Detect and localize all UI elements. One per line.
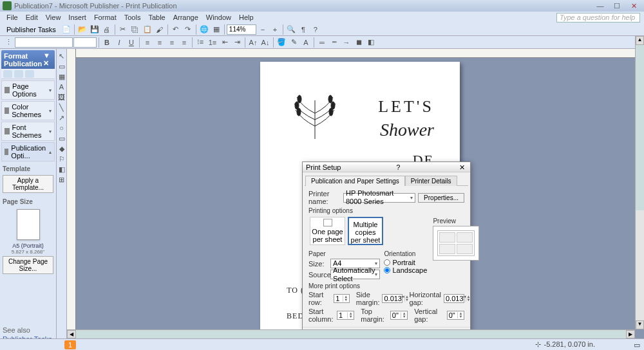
start-row-input[interactable]: 1▲▼: [334, 294, 350, 303]
help-search-input[interactable]: Type a question for help: [556, 13, 640, 23]
shadow-icon[interactable]: ◼: [353, 37, 365, 48]
top-margin-input[interactable]: 0"▲▼: [390, 311, 408, 320]
menu-help[interactable]: Help: [235, 12, 258, 23]
autoshapes-tool-icon[interactable]: ◆: [57, 144, 66, 153]
help-icon[interactable]: ?: [310, 24, 321, 35]
nav-home-icon[interactable]: [25, 70, 34, 78]
line-color-icon[interactable]: ✎: [288, 37, 299, 48]
sidebar-item-font-schemes[interactable]: Font Schemes▾: [1, 122, 55, 141]
webpage-preview-icon[interactable]: 🌐: [198, 24, 210, 35]
scroll-right-icon[interactable]: ▶: [626, 330, 635, 338]
sidebar-item-page-options[interactable]: Page Options▾: [1, 80, 55, 100]
line-style-icon[interactable]: ═: [316, 37, 328, 48]
wordart-tool-icon[interactable]: A: [57, 82, 66, 91]
decrease-font-icon[interactable]: A↓: [260, 37, 271, 48]
minimize-button[interactable]: —: [592, 1, 608, 10]
redo-icon[interactable]: ↷: [182, 24, 194, 35]
hscroll-thumb[interactable]: [76, 330, 626, 338]
copy-icon[interactable]: ⿻: [129, 24, 141, 35]
bold-icon[interactable]: B: [101, 37, 113, 48]
open-icon[interactable]: 📂: [77, 24, 88, 35]
nav-fwd-icon[interactable]: [14, 70, 23, 78]
save-icon[interactable]: 💾: [89, 24, 100, 35]
vertical-scrollbar[interactable]: ▲ ▼: [635, 36, 644, 329]
oval-tool-icon[interactable]: ○: [57, 124, 66, 133]
scroll-up-icon[interactable]: ▲: [636, 36, 644, 45]
menu-arrange[interactable]: Arrange: [169, 12, 202, 23]
radio-portrait[interactable]: Portrait: [384, 259, 429, 266]
design-gallery-icon[interactable]: ◧: [57, 165, 66, 174]
align-right-icon[interactable]: ≡: [166, 37, 178, 48]
dash-style-icon[interactable]: ┅: [328, 37, 340, 48]
sidebar-item-publication-options[interactable]: Publication Opti...▴: [1, 142, 55, 161]
menu-insert[interactable]: Insert: [64, 12, 90, 23]
paper-source-select[interactable]: Automatically Select▾: [330, 270, 380, 279]
arrow-tool-icon[interactable]: ↗: [57, 113, 66, 122]
align-left-icon[interactable]: ≡: [142, 37, 153, 48]
picture-tool-icon[interactable]: 🖼: [57, 93, 66, 102]
select-tool-icon[interactable]: ↖: [57, 51, 66, 60]
menu-table[interactable]: Table: [144, 12, 169, 23]
publisher-tasks-label[interactable]: Publisher Tasks: [3, 26, 60, 33]
change-page-size-button[interactable]: Change Page Size...: [3, 256, 53, 274]
radio-landscape[interactable]: Landscape: [384, 266, 429, 274]
scroll-down-icon[interactable]: ▼: [636, 320, 644, 329]
bookmark-tool-icon[interactable]: ⚐: [57, 154, 66, 163]
cut-icon[interactable]: ✂: [117, 24, 129, 35]
font-select[interactable]: [15, 37, 73, 48]
h-gap-input[interactable]: 0.013"▲▼: [444, 294, 464, 303]
new-icon[interactable]: 📄: [61, 24, 72, 35]
align-center-icon[interactable]: ≡: [154, 37, 166, 48]
increase-indent-icon[interactable]: ⇥: [231, 37, 243, 48]
format-painter-icon[interactable]: 🖌: [154, 24, 166, 35]
numbering-icon[interactable]: 1≡: [207, 37, 218, 48]
arrow-style-icon[interactable]: →: [341, 37, 352, 48]
research-icon[interactable]: 🔍: [285, 24, 297, 35]
tab-publication-settings[interactable]: Publication and Paper Settings: [305, 176, 405, 186]
scroll-left-icon[interactable]: ◀: [67, 330, 76, 338]
sidebar-item-color-schemes[interactable]: Color Schemes▾: [1, 101, 55, 120]
menu-window[interactable]: Window: [202, 12, 235, 23]
underline-icon[interactable]: U: [126, 37, 137, 48]
start-col-input[interactable]: 1▲▼: [337, 311, 354, 320]
pagesize-thumbnail[interactable]: [17, 209, 40, 240]
menu-edit[interactable]: Edit: [22, 12, 42, 23]
menu-view[interactable]: View: [42, 12, 65, 23]
font-color-icon[interactable]: A: [300, 37, 312, 48]
zoom-in-icon[interactable]: +: [269, 24, 281, 35]
vscroll-thumb[interactable]: [636, 45, 644, 210]
properties-button[interactable]: Properties...: [418, 193, 464, 203]
line-tool-icon[interactable]: ╲: [57, 103, 66, 112]
undo-icon[interactable]: ↶: [170, 24, 182, 35]
close-button[interactable]: ✕: [626, 1, 641, 10]
zoom-out-icon[interactable]: −: [257, 24, 269, 35]
paste-icon[interactable]: 📋: [142, 24, 153, 35]
option-multiple-per-sheet[interactable]: Multiple copies per sheet: [348, 217, 383, 245]
rect-tool-icon[interactable]: ▭: [57, 134, 66, 143]
special-chars-icon[interactable]: ¶: [298, 24, 309, 35]
italic-icon[interactable]: I: [113, 37, 125, 48]
increase-font-icon[interactable]: A↑: [247, 37, 259, 48]
help-icon[interactable]: ?: [396, 163, 400, 171]
side-margin-input[interactable]: 0.013"▲▼: [382, 294, 402, 303]
nav-back-icon[interactable]: [3, 70, 12, 78]
grip-icon[interactable]: ⋮: [3, 37, 14, 48]
menu-format[interactable]: Format: [90, 12, 120, 23]
canvas[interactable]: LET'S Shower DE Kindly Respond TO (HOST'…: [67, 49, 644, 348]
item-library-icon[interactable]: ⊞: [57, 175, 66, 184]
zoom-input[interactable]: 114%: [227, 24, 256, 35]
menu-file[interactable]: File: [3, 12, 22, 23]
horizontal-scrollbar[interactable]: ◀ ▶: [67, 329, 635, 338]
table-tool-icon[interactable]: ▦: [57, 72, 66, 81]
3d-icon[interactable]: ◧: [365, 37, 377, 48]
print-icon[interactable]: 🖨: [101, 24, 113, 35]
dialog-titlebar[interactable]: Print Setup ? ✕: [303, 162, 470, 172]
fill-color-icon[interactable]: 🪣: [276, 37, 287, 48]
v-gap-input[interactable]: 0"▲▼: [447, 311, 464, 320]
bullets-icon[interactable]: ⁝≡: [194, 37, 206, 48]
justify-icon[interactable]: ≡: [178, 37, 190, 48]
columns-icon[interactable]: ▦: [211, 24, 222, 35]
printer-name-select[interactable]: HP Photosmart 8000 Series▾: [343, 193, 415, 203]
fontsize-select[interactable]: [73, 37, 97, 48]
page-number-badge[interactable]: 1: [64, 340, 76, 349]
